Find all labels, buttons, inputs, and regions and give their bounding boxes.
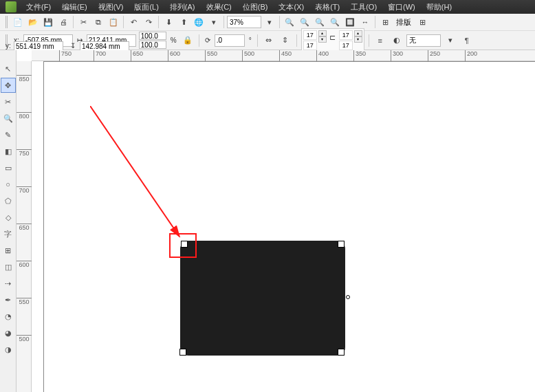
zoom-selection-button[interactable]: 🔍 (328, 15, 342, 29)
corner-handle-bl[interactable] (179, 349, 186, 356)
print-button[interactable]: 🖨 (56, 15, 70, 29)
corner-bl-input[interactable] (303, 41, 317, 50)
ruler-tick: 800 (17, 112, 32, 120)
zoom-out-button[interactable]: 🔍 (298, 15, 312, 29)
save-button[interactable]: 💾 (41, 15, 55, 29)
smart-fill-tool[interactable]: ◧ (1, 144, 16, 159)
mirror-v-button[interactable]: ⇕ (279, 34, 292, 47)
corner-lock-button[interactable]: ⊏ (328, 30, 338, 44)
scale-x-input[interactable] (139, 32, 166, 40)
menu-table[interactable]: 表格(T) (309, 1, 345, 14)
menu-edit[interactable]: 编辑(E) (56, 1, 93, 14)
toolbar-grip[interactable] (6, 16, 8, 28)
ruler-tick: 750 (17, 149, 32, 157)
interactive-fill-tool[interactable]: ◑ (1, 342, 16, 357)
side-handle-r[interactable] (346, 295, 350, 299)
outline-tool[interactable]: ◔ (1, 309, 16, 324)
app-icon (6, 1, 17, 12)
shape-tool[interactable]: ✥ (1, 78, 16, 93)
menu-bitmap[interactable]: 位图(B) (237, 1, 274, 14)
connector-tool[interactable]: ⇢ (1, 276, 16, 291)
corner-up-button2[interactable]: ▴ (354, 30, 362, 36)
selected-rectangle[interactable] (180, 241, 345, 356)
menu-arrange[interactable]: 排列(A) (164, 1, 201, 14)
corner-br-input[interactable] (339, 41, 353, 50)
layout-label: 排版 (393, 17, 414, 28)
corner-down-button2[interactable]: ▾ (354, 36, 362, 43)
paste-button[interactable]: 📋 (107, 15, 120, 29)
vertical-ruler[interactable]: 850 800 750 700 650 600 550 500 (17, 61, 32, 392)
text-tool[interactable]: 字 (1, 226, 16, 241)
menu-tools[interactable]: 工具(O) (345, 1, 382, 14)
crop-tool[interactable]: ✂ (1, 94, 16, 109)
pick-tool[interactable]: ↖ (1, 61, 16, 76)
menu-layout[interactable]: 版面(L) (129, 1, 164, 14)
corner-up-button[interactable]: ▴ (318, 30, 327, 36)
rotation-input[interactable] (215, 34, 245, 47)
fill-tool[interactable]: ◕ (1, 325, 16, 340)
layout-button[interactable]: ⊞ (415, 15, 429, 29)
zoom-in-button[interactable]: 🔍 (283, 15, 296, 29)
freehand-tool[interactable]: ✎ (1, 127, 16, 142)
zoom-tool[interactable]: 🔍 (1, 111, 16, 126)
dimension-tool[interactable]: ◫ (1, 259, 16, 274)
separator (158, 16, 159, 28)
separator (296, 34, 297, 47)
horizontal-ruler[interactable]: 750 700 650 600 550 500 450 400 350 300 … (32, 50, 535, 61)
open-button[interactable]: 📂 (26, 15, 40, 29)
wrap-text-button[interactable]: ¶ (460, 34, 474, 47)
zoom-input[interactable] (227, 16, 261, 28)
corner-handle-tr[interactable] (338, 241, 345, 248)
ruler-tick: 650 (131, 50, 143, 61)
scale-y-input[interactable] (139, 41, 166, 49)
menu-help[interactable]: 帮助(H) (421, 1, 457, 14)
ruler-tick: 850 (17, 75, 32, 83)
ruler-tick: 700 (17, 186, 32, 194)
mirror-h-button[interactable]: ⇔ (262, 34, 276, 47)
table-tool[interactable]: ⊞ (1, 243, 16, 258)
undo-button[interactable]: ↶ (127, 15, 140, 29)
options-dropdown[interactable]: ▾ (207, 15, 221, 29)
eyedropper-tool[interactable]: ✒ (1, 292, 16, 307)
copy-button[interactable]: ⧉ (91, 15, 105, 29)
outline-dropdown[interactable]: ▾ (444, 34, 457, 47)
angle-icon: ⟳ (204, 36, 212, 44)
menu-text[interactable]: 文本(X) (273, 1, 309, 14)
ellipse-tool[interactable]: ○ (1, 177, 16, 192)
basic-shapes-tool[interactable]: ◇ (1, 210, 16, 225)
drawing-canvas[interactable] (32, 61, 535, 392)
separator (279, 16, 280, 28)
corner-tl-input[interactable] (303, 30, 317, 40)
corner-radius-group: ▴▾ ⊏ ▴▾ (301, 28, 364, 52)
snap-button[interactable]: ⊞ (378, 15, 392, 29)
corner-tr-input[interactable] (339, 30, 353, 40)
ruler-tick: 450 (279, 50, 292, 61)
new-button[interactable]: 📄 (11, 15, 25, 29)
zoom-dropdown[interactable]: ▾ (263, 15, 276, 29)
ruler-tick: 650 (17, 224, 32, 231)
cut-button[interactable]: ✂ (76, 15, 90, 29)
redo-button[interactable]: ↷ (142, 15, 155, 29)
corner-handle-br[interactable] (338, 349, 345, 356)
zoom-page-button[interactable]: 🔲 (343, 15, 357, 29)
rectangle-tool[interactable]: ▭ (1, 160, 16, 175)
ruler-tick: 700 (94, 50, 106, 61)
outline-style-dropdown[interactable] (406, 34, 441, 47)
import-button[interactable]: ⬇ (162, 15, 175, 29)
publish-button[interactable]: 🌐 (192, 15, 206, 29)
polygon-tool[interactable]: ⬠ (1, 193, 16, 208)
ruler-tick: 350 (353, 50, 366, 61)
export-button[interactable]: ⬆ (177, 15, 190, 29)
menu-effects[interactable]: 效果(C) (201, 1, 237, 14)
menu-file[interactable]: 文件(F) (21, 1, 56, 14)
zoom-fit-button[interactable]: 🔍 (313, 15, 327, 29)
y-position-input[interactable] (14, 41, 63, 51)
menu-view[interactable]: 视图(V) (93, 1, 129, 14)
lock-ratio-button[interactable]: 🔒 (181, 34, 195, 47)
corner-down-button[interactable]: ▾ (318, 36, 327, 43)
outline-width-button[interactable]: ≡ (373, 34, 387, 47)
height-input[interactable] (80, 41, 129, 51)
zoom-width-button[interactable]: ↔ (358, 15, 372, 29)
canvas-area: 750 700 650 600 550 500 450 400 350 300 … (17, 50, 535, 392)
menu-window[interactable]: 窗口(W) (382, 1, 421, 14)
